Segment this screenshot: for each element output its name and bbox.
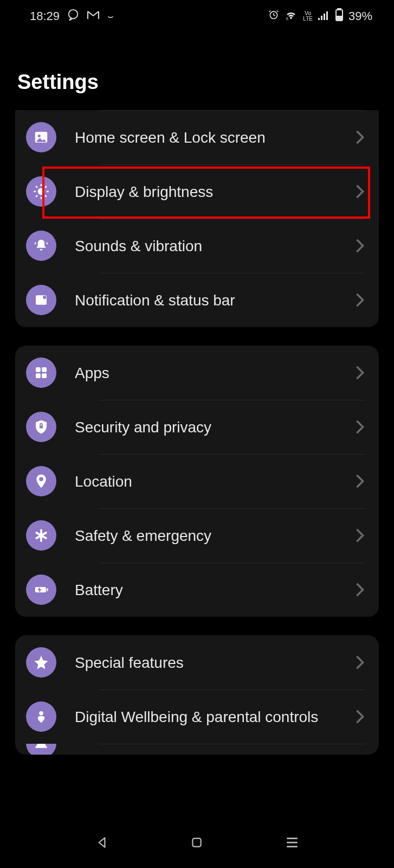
settings-row-security-privacy[interactable]: Security and privacy (15, 400, 379, 454)
row-label: Safety & emergency (75, 526, 355, 545)
row-label: Special features (75, 653, 355, 672)
settings-group: Home screen & Lock screen Display & brig… (15, 110, 379, 327)
settings-list[interactable]: Home screen & Lock screen Display & brig… (0, 110, 394, 794)
settings-row-digital-wellbeing[interactable]: Digital Wellbeing & parental controls (15, 690, 379, 744)
bell-icon (26, 231, 56, 261)
status-time: 18:29 (30, 9, 60, 23)
svg-line-20 (45, 186, 47, 188)
svg-rect-8 (338, 8, 341, 10)
svg-rect-25 (36, 373, 41, 378)
signal-icon (318, 9, 330, 23)
settings-row-display-brightness[interactable]: Display & brightness (15, 164, 379, 219)
row-label: Display & brightness (75, 182, 355, 201)
battery-percent: 39% (348, 9, 372, 23)
page-title: Settings (0, 33, 394, 110)
partial-icon (26, 744, 56, 755)
status-bar: 18:29 ⌣ 6 Vo LTE 39% (0, 0, 394, 33)
chevron-right-icon (355, 655, 365, 670)
svg-text:6: 6 (286, 17, 288, 20)
apps-icon (26, 358, 56, 388)
svg-point-11 (38, 135, 41, 137)
settings-row-location[interactable]: Location (15, 454, 379, 508)
svg-rect-24 (42, 367, 47, 372)
svg-rect-26 (42, 373, 47, 378)
shield-icon (26, 412, 56, 442)
status-right: 6 Vo LTE 39% (268, 8, 372, 24)
chevron-right-icon (355, 184, 365, 199)
settings-row-sounds-vibration[interactable]: Sounds & vibration (15, 219, 379, 273)
svg-rect-6 (326, 11, 328, 20)
asterisk-icon (26, 520, 56, 551)
svg-line-17 (36, 186, 37, 188)
svg-rect-5 (324, 14, 325, 20)
row-label: Digital Wellbeing & parental controls (75, 707, 355, 726)
back-button[interactable] (91, 832, 113, 853)
settings-group: Special features Digital Wellbeing & par… (15, 635, 379, 755)
svg-rect-27 (40, 426, 43, 429)
svg-rect-3 (318, 18, 320, 20)
svg-point-28 (39, 477, 43, 482)
heart-person-icon (26, 701, 56, 732)
svg-rect-4 (321, 16, 322, 20)
svg-point-22 (43, 296, 46, 299)
settings-row-home-lock[interactable]: Home screen & Lock screen (15, 110, 379, 164)
settings-row-apps[interactable]: Apps (15, 346, 379, 400)
battery-icon (335, 8, 343, 24)
home-button[interactable] (186, 832, 208, 853)
chevron-right-icon (355, 474, 365, 489)
row-label: Security and privacy (75, 418, 355, 437)
svg-point-0 (69, 10, 78, 19)
row-label: Location (75, 472, 355, 491)
star-icon (26, 647, 56, 678)
more-icon: ⌣ (107, 11, 114, 22)
location-icon (26, 466, 56, 496)
svg-rect-9 (337, 16, 341, 20)
row-label: Notification & status bar (75, 291, 355, 310)
settings-group: Apps Security and privacy Location Safet… (15, 346, 379, 617)
row-label: Home screen & Lock screen (75, 128, 355, 147)
volte-icon: Vo LTE (303, 11, 313, 22)
settings-row-safety-emergency[interactable]: Safety & emergency (15, 508, 379, 563)
chevron-right-icon (355, 238, 365, 253)
svg-rect-23 (36, 367, 41, 372)
settings-row-special-features[interactable]: Special features (15, 635, 379, 690)
svg-point-34 (39, 711, 43, 716)
navigation-bar (0, 816, 394, 868)
chevron-right-icon (355, 292, 365, 308)
battery-icon (26, 575, 56, 605)
chevron-right-icon (355, 130, 365, 145)
svg-line-18 (45, 195, 47, 197)
svg-rect-35 (193, 838, 201, 846)
row-label: Sounds & vibration (75, 237, 355, 256)
settings-row-partial[interactable] (15, 744, 379, 755)
recent-button[interactable] (281, 832, 303, 853)
row-label: Battery (75, 580, 355, 599)
brightness-icon (26, 176, 56, 207)
svg-line-19 (36, 195, 37, 197)
whatsapp-icon (67, 9, 79, 24)
status-left: 18:29 ⌣ (30, 9, 114, 24)
notification-icon (26, 285, 56, 315)
chevron-right-icon (355, 365, 365, 380)
row-label: Apps (75, 363, 355, 382)
chevron-right-icon (355, 528, 365, 543)
picture-icon (26, 122, 56, 152)
chevron-right-icon (355, 709, 365, 724)
svg-point-12 (38, 188, 45, 195)
gmail-icon (87, 9, 100, 23)
chevron-right-icon (355, 582, 365, 597)
settings-row-notification-status[interactable]: Notification & status bar (15, 273, 379, 327)
wifi-icon: 6 (285, 9, 298, 23)
chevron-right-icon (355, 419, 365, 435)
settings-row-battery[interactable]: Battery (15, 563, 379, 617)
alarm-icon (268, 9, 279, 23)
svg-rect-33 (47, 589, 48, 591)
